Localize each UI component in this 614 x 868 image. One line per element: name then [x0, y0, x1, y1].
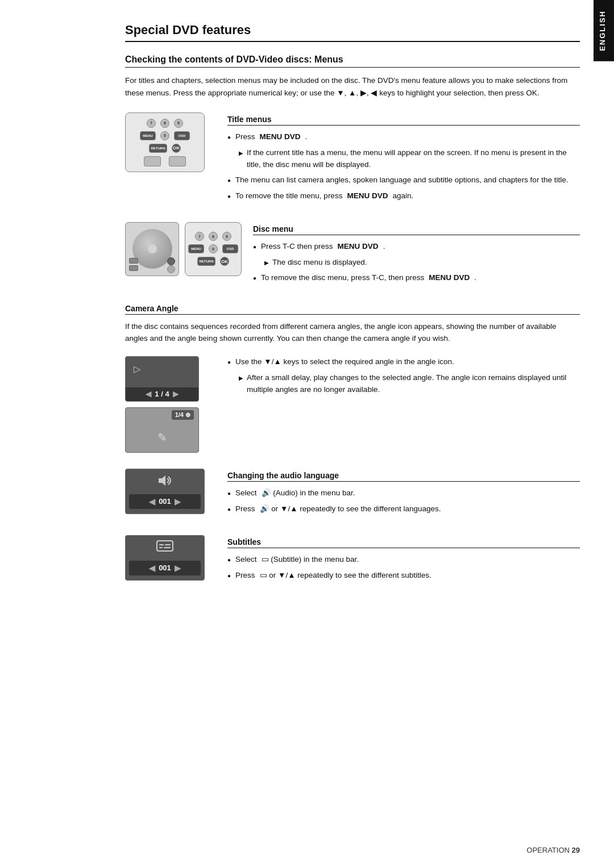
disc-hole — [148, 244, 157, 253]
remote-control-image: 7 8 9 MENU 0 OSD RETURN OK — [125, 112, 205, 172]
remote-btn-osd: OSD — [174, 131, 190, 140]
audio-bottom-bar: ◀ 001 ▶ — [129, 494, 201, 509]
subtitles-layout: ◀ 001 ▶ Subtitles Select ▭ (Subtitle) in… — [125, 535, 580, 586]
audio-speaker-svg — [156, 474, 173, 487]
svg-marker-0 — [159, 475, 165, 486]
subtitles-image-col: ◀ 001 ▶ — [125, 535, 216, 581]
audio-bullet-2: Press 🔊 or ▼/▲ repeatedly to see the dif… — [227, 503, 580, 515]
camera-angle-intro: If the disc contains sequences recorded … — [125, 320, 580, 345]
title-menus-bullet-3: To remove the title menu, press MENU DVD… — [227, 190, 580, 202]
disc-menu-section: 7 8 9 MENU 0 OSD RETURN OK — [125, 222, 580, 288]
disc-menu-heading: Disc menu — [253, 224, 580, 235]
disc-image — [125, 222, 179, 276]
audio-bullet-1: Select 🔊 (Audio) in the menu bar. — [227, 487, 580, 499]
subtitle-icon-svg — [156, 540, 173, 552]
disc-menu-bullets-2: To remove the disc menu, press T-C, then… — [253, 272, 580, 284]
title-menus-bullet-2: The menu can list camera angles, spoken … — [227, 174, 580, 186]
checking-intro: For titles and chapters, selection menus… — [125, 74, 580, 99]
subtitle-icon — [156, 540, 173, 554]
remote-btn-9: 9 — [174, 119, 183, 128]
camera-angle-bullets: Use the ▼/▲ keys to select the required … — [227, 356, 580, 368]
disc-circle — [132, 229, 172, 269]
audio-language-section: ◀ 001 ▶ Changing the audio language Sele… — [125, 469, 580, 519]
camera-angle-images: ▷ ◀ 1 / 4 ▶ 1/4 ⊕ ✎ — [125, 356, 216, 453]
disc-menu-bullet-2: To remove the disc menu, press T-C, then… — [253, 272, 580, 284]
disc-remote-btn-0: 0 — [209, 244, 218, 253]
title-menus-arrow-1: If the current title has a menu, the men… — [239, 147, 580, 171]
disc-menu-arrow-1: The disc menu is displayed. — [264, 257, 580, 269]
camera-angle-heading: Camera Angle — [125, 304, 580, 315]
english-language-tab: ENGLISH — [594, 0, 614, 61]
camera-screen-1: ▷ ◀ 1 / 4 ▶ — [125, 356, 199, 402]
subtitles-text: Subtitles Select ▭ (Subtitle) in the men… — [227, 535, 580, 586]
audio-press-label: Press — [235, 503, 255, 515]
audio-image-col: ◀ 001 ▶ — [125, 469, 216, 514]
checking-heading: Checking the contents of DVD-Video discs… — [125, 55, 580, 68]
svg-rect-2 — [159, 544, 164, 545]
subtitle-bottom-bar: ◀ 001 ▶ — [129, 561, 201, 575]
disc-menu-bullets: Press T-C then press MENU DVD. — [253, 241, 580, 253]
disc-remote-btn-7: 7 — [195, 232, 204, 241]
title-menus-image-col: 7 8 9 MENU 0 OSD RETURN OK — [125, 112, 216, 172]
camera-angle-text: Use the ▼/▲ keys to select the required … — [227, 356, 580, 399]
checking-section: Checking the contents of DVD-Video discs… — [125, 55, 580, 99]
audio-screen-image: ◀ 001 ▶ — [125, 469, 205, 514]
disc-remote-btn-menu: MENU — [188, 244, 204, 253]
audio-bullets: Select 🔊 (Audio) in the menu bar. Press … — [227, 487, 580, 515]
title-menus-layout: 7 8 9 MENU 0 OSD RETURN OK — [125, 112, 580, 206]
camera-angle-arrow-1: After a small delay, play changes to the… — [239, 372, 580, 396]
title-menus-bullet-1: Press MENU DVD. — [227, 131, 580, 143]
camera-angle-bullet-1: Use the ▼/▲ keys to select the required … — [227, 356, 580, 368]
footer-page-number: 29 — [572, 846, 580, 854]
remote-btn-menu: MENU — [140, 131, 156, 140]
subtitles-bullet-1: Select ▭ (Subtitle) in the menu bar. — [227, 554, 580, 566]
subtitles-bullet-2: Press ▭ or ▼/▲ repeatedly to see the dif… — [227, 570, 580, 582]
disc-images-pair: 7 8 9 MENU 0 OSD RETURN OK — [125, 222, 242, 276]
camera-screen-2: 1/4 ⊕ ✎ — [125, 407, 199, 453]
subtitles-bullets: Select ▭ (Subtitle) in the menu bar. Pre… — [227, 554, 580, 582]
subtitles-select-label: Select — [235, 554, 257, 566]
disc-remote-return: RETURN — [197, 257, 215, 266]
svg-rect-1 — [157, 541, 173, 551]
remote-btn-8: 8 — [160, 119, 169, 128]
disc-remote-btn-9: 9 — [222, 232, 231, 241]
audio-layout: ◀ 001 ▶ Changing the audio language Sele… — [125, 469, 580, 519]
angle-bar-1: ◀ 1 / 4 ▶ — [126, 387, 198, 401]
svg-rect-3 — [165, 544, 171, 545]
subtitles-press-label: Press — [235, 570, 255, 582]
camera-angle-layout: ▷ ◀ 1 / 4 ▶ 1/4 ⊕ ✎ Use the ▼/▲ keys to — [125, 356, 580, 453]
remote-btn-7: 7 — [147, 119, 156, 128]
disc-remote-ok: OK — [220, 257, 229, 266]
svg-rect-4 — [159, 547, 163, 548]
remote-btn-0: 0 — [160, 131, 169, 140]
subtitle-screen-image: ◀ 001 ▶ — [125, 535, 205, 581]
remote-btn-return: RETURN — [149, 144, 167, 153]
disc-remote-btn-8: 8 — [209, 232, 218, 241]
svg-rect-5 — [164, 547, 171, 548]
disc-menu-layout: 7 8 9 MENU 0 OSD RETURN OK — [125, 222, 580, 288]
title-menus-bullets-2: The menu can list camera angles, spoken … — [227, 174, 580, 202]
disc-menu-image-col: 7 8 9 MENU 0 OSD RETURN OK — [125, 222, 242, 276]
audio-select-label: Select — [235, 487, 257, 499]
disc-menu-remote-image: 7 8 9 MENU 0 OSD RETURN OK — [185, 222, 242, 276]
title-menus-section: 7 8 9 MENU 0 OSD RETURN OK — [125, 112, 580, 206]
disc-menu-bullet-1: Press T-C then press MENU DVD. — [253, 241, 580, 253]
title-menus-heading: Title menus — [227, 115, 580, 126]
title-menus-text: Title menus Press MENU DVD. If the curre… — [227, 112, 580, 206]
page-title: Special DVD features — [125, 23, 580, 42]
subtitles-section: ◀ 001 ▶ Subtitles Select ▭ (Subtitle) in… — [125, 535, 580, 586]
audio-icon — [156, 474, 173, 490]
disc-remote-btn-osd: OSD — [222, 244, 238, 253]
page-footer: OPERATION 29 — [526, 846, 580, 854]
camera-angle-section: Camera Angle If the disc contains sequen… — [125, 304, 580, 453]
title-menus-bullets: Press MENU DVD. — [227, 131, 580, 143]
footer-operation-text: OPERATION — [526, 846, 570, 854]
audio-heading: Changing the audio language — [227, 471, 580, 482]
remote-btn-ok: OK — [172, 144, 181, 153]
angle-bar-top: 1/4 ⊕ — [172, 410, 194, 420]
disc-menu-text: Disc menu Press T-C then press MENU DVD.… — [253, 222, 580, 288]
audio-text: Changing the audio language Select 🔊 (Au… — [227, 469, 580, 519]
main-content: Special DVD features Checking the conten… — [125, 0, 580, 635]
subtitles-heading: Subtitles — [227, 537, 580, 548]
